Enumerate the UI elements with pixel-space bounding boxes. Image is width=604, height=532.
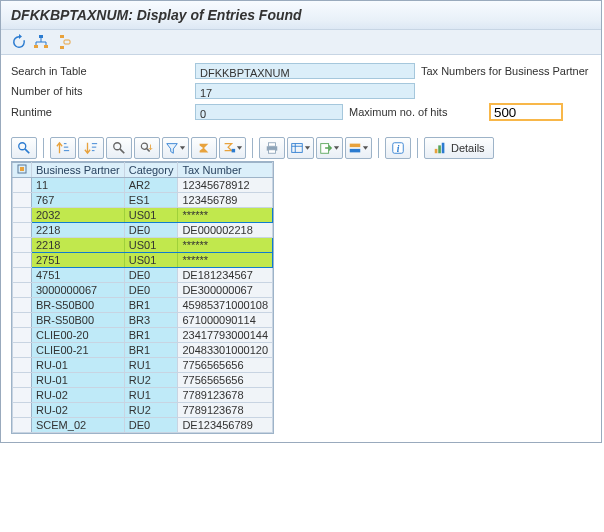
cell-tax: 20483301000120 <box>178 343 273 358</box>
cell-cat: DE0 <box>124 418 178 433</box>
search-table-field: DFKKBPTAXNUM <box>195 63 415 79</box>
cell-cat: DE0 <box>124 268 178 283</box>
refresh-icon[interactable] <box>11 34 27 50</box>
separator <box>252 138 253 158</box>
maxhits-label: Maximum no. of hits <box>349 106 489 118</box>
svg-rect-2 <box>44 45 48 48</box>
cell-cat: BR1 <box>124 328 178 343</box>
table-row[interactable]: BR-S50B00BR3671000090114 <box>13 313 273 328</box>
row-marker[interactable] <box>13 373 32 388</box>
app-toolbar <box>1 30 601 55</box>
cell-tax: DE000002218 <box>178 223 273 238</box>
cell-cat: US01 <box>124 253 178 268</box>
table-row[interactable]: 2751US01****** <box>13 253 273 268</box>
layout-button[interactable] <box>345 137 372 159</box>
table-row[interactable]: 11AR212345678912 <box>13 178 273 193</box>
info-button[interactable] <box>385 137 411 159</box>
svg-rect-3 <box>64 40 70 44</box>
view-button[interactable] <box>287 137 314 159</box>
cell-bp: 3000000067 <box>32 283 125 298</box>
row-marker[interactable] <box>13 343 32 358</box>
app-window: DFKKBPTAXNUM: Display of Entries Found S… <box>0 0 602 443</box>
cell-bp: 4751 <box>32 268 125 283</box>
row-marker[interactable] <box>13 253 32 268</box>
sort-desc-button[interactable] <box>78 137 104 159</box>
cell-cat: RU2 <box>124 403 178 418</box>
result-table: Business Partner Category Tax Number 11A… <box>12 162 273 433</box>
find-next-button[interactable] <box>134 137 160 159</box>
cell-cat: BR1 <box>124 343 178 358</box>
row-marker[interactable] <box>13 358 32 373</box>
table-row[interactable]: 2218DE0DE000002218 <box>13 223 273 238</box>
cell-bp: 2751 <box>32 253 125 268</box>
cell-cat: AR2 <box>124 178 178 193</box>
find-button[interactable] <box>106 137 132 159</box>
row-marker[interactable] <box>13 328 32 343</box>
search-table-label: Search in Table <box>11 65 195 77</box>
cell-tax: 7756565656 <box>178 358 273 373</box>
cell-tax: DE123456789 <box>178 418 273 433</box>
row-marker[interactable] <box>13 238 32 253</box>
print-button[interactable] <box>259 137 285 159</box>
table-row[interactable]: RU-02RU17789123678 <box>13 388 273 403</box>
row-marker[interactable] <box>13 223 32 238</box>
sort-asc-button[interactable] <box>50 137 76 159</box>
row-marker[interactable] <box>13 403 32 418</box>
maxhits-input[interactable] <box>489 103 563 121</box>
cell-bp: SCEM_02 <box>32 418 125 433</box>
filter-button[interactable] <box>162 137 189 159</box>
link-icon[interactable] <box>55 34 71 50</box>
hits-field: 17 <box>195 83 415 99</box>
table-row[interactable]: CLIE00-20BR123417793000144 <box>13 328 273 343</box>
table-row[interactable]: RU-02RU27789123678 <box>13 403 273 418</box>
cell-tax: ****** <box>178 208 273 223</box>
cell-bp: CLIE00-21 <box>32 343 125 358</box>
row-marker[interactable] <box>13 418 32 433</box>
cell-tax: 23417793000144 <box>178 328 273 343</box>
svg-rect-1 <box>34 45 38 48</box>
row-marker[interactable] <box>13 388 32 403</box>
row-marker[interactable] <box>13 268 32 283</box>
table-row[interactable]: 767ES1123456789 <box>13 193 273 208</box>
select-all-corner[interactable] <box>13 163 32 178</box>
cell-tax: 12345678912 <box>178 178 273 193</box>
page-title: DFKKBPTAXNUM: Display of Entries Found <box>1 1 601 30</box>
table-row[interactable]: CLIE00-21BR120483301000120 <box>13 343 273 358</box>
table-row[interactable]: RU-01RU27756565656 <box>13 373 273 388</box>
col-tax-number[interactable]: Tax Number <box>178 163 273 178</box>
hits-label: Number of hits <box>11 85 195 97</box>
cell-cat: RU2 <box>124 373 178 388</box>
export-button[interactable] <box>316 137 343 159</box>
detail-button[interactable] <box>11 137 37 159</box>
table-row[interactable]: 2032US01****** <box>13 208 273 223</box>
subtotal-button[interactable] <box>219 137 246 159</box>
row-marker[interactable] <box>13 283 32 298</box>
total-button[interactable] <box>191 137 217 159</box>
table-row[interactable]: 3000000067DE0DE300000067 <box>13 283 273 298</box>
runtime-field: 0 <box>195 104 343 120</box>
details-button[interactable]: Details <box>424 137 494 159</box>
table-row[interactable]: 2218US01****** <box>13 238 273 253</box>
table-row[interactable]: RU-01RU17756565656 <box>13 358 273 373</box>
table-row[interactable]: BR-S50B00BR145985371000108 <box>13 298 273 313</box>
row-marker[interactable] <box>13 313 32 328</box>
cell-cat: ES1 <box>124 193 178 208</box>
cell-cat: RU1 <box>124 388 178 403</box>
col-category[interactable]: Category <box>124 163 178 178</box>
cell-bp: 2032 <box>32 208 125 223</box>
cell-tax: 7756565656 <box>178 373 273 388</box>
row-marker[interactable] <box>13 193 32 208</box>
cell-tax: ****** <box>178 253 273 268</box>
svg-rect-0 <box>39 35 43 38</box>
cell-bp: 2218 <box>32 238 125 253</box>
cell-tax: 7789123678 <box>178 403 273 418</box>
cell-bp: CLIE00-20 <box>32 328 125 343</box>
hierarchy-icon[interactable] <box>33 34 49 50</box>
col-business-partner[interactable]: Business Partner <box>32 163 125 178</box>
row-marker[interactable] <box>13 178 32 193</box>
row-marker[interactable] <box>13 298 32 313</box>
table-row[interactable]: SCEM_02DE0DE123456789 <box>13 418 273 433</box>
table-row[interactable]: 4751DE0DE181234567 <box>13 268 273 283</box>
search-table-desc: Tax Numbers for Business Partner <box>421 65 589 77</box>
row-marker[interactable] <box>13 208 32 223</box>
